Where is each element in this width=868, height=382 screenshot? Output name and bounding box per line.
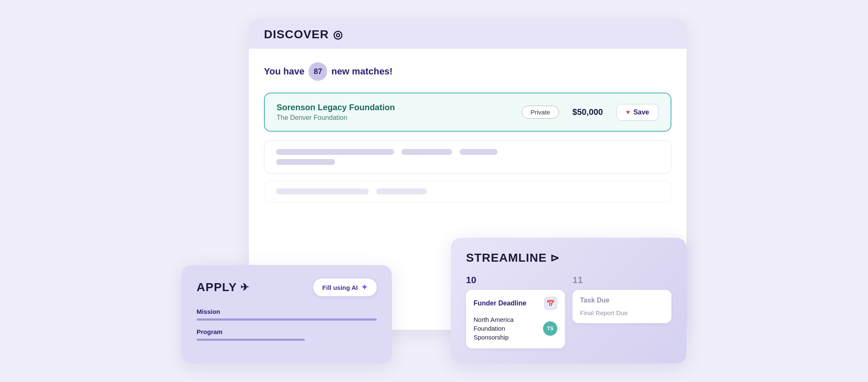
skeleton-bar xyxy=(460,149,498,155)
streamline-col-2: 11 Task Due Final Report Due xyxy=(572,275,671,348)
matches-line: You have 87 new matches! xyxy=(264,62,671,81)
stream-item-2: Task Due Final Report Due xyxy=(572,290,671,323)
col2-num: 11 xyxy=(572,275,671,286)
matches-badge: 87 xyxy=(309,62,327,81)
field1-label: Mission xyxy=(197,308,377,315)
heart-icon: ♥ xyxy=(626,109,630,116)
ai-button-label: Fill using AI xyxy=(322,284,358,291)
stream-item-2-content: Final Report Due xyxy=(580,309,664,316)
stream-item-1-content: North America Foundation Sponsorship TS xyxy=(474,315,557,342)
target-icon: ◎ xyxy=(333,28,343,41)
stream-item-1-header: Funder Deadline 📅 xyxy=(474,297,557,310)
col1-text: North America Foundation Sponsorship xyxy=(474,315,539,342)
calendar-icon[interactable]: 📅 xyxy=(544,297,557,310)
skeleton-bar xyxy=(276,149,394,155)
apply-header: APPLY ✈ Fill using AI ✦ xyxy=(197,279,377,296)
grant-sub: The Denver Foundation xyxy=(277,114,508,122)
col1-num: 10 xyxy=(466,275,565,286)
skeleton-bar xyxy=(276,159,335,165)
discover-title: DISCOVER ◎ xyxy=(264,28,671,41)
apply-label: APPLY xyxy=(197,281,237,294)
grant-tag: Private xyxy=(522,106,559,119)
stream-item-2-header: Task Due xyxy=(580,297,664,304)
stream-item-1: Funder Deadline 📅 North America Foundati… xyxy=(466,290,565,348)
sparkle-icon: ✦ xyxy=(361,283,367,292)
send-icon: ✈ xyxy=(240,281,249,293)
skeleton-bar xyxy=(402,149,452,155)
skeleton-bar xyxy=(276,188,369,194)
save-button[interactable]: ♥ Save xyxy=(616,104,659,121)
field2-bar xyxy=(197,339,305,341)
matches-prefix: You have xyxy=(264,66,304,77)
ts-avatar: TS xyxy=(543,321,557,336)
skeleton-row xyxy=(276,188,659,194)
scene: DISCOVER ◎ You have 87 new matches! Sore… xyxy=(181,19,687,363)
streamline-cols: 10 Funder Deadline 📅 North America Found… xyxy=(466,275,671,348)
streamline-label: STREAMLINE xyxy=(466,251,547,265)
arrow-icon: ⊳ xyxy=(550,252,560,265)
discover-header: DISCOVER ◎ xyxy=(249,19,687,49)
skeleton-bar xyxy=(376,188,427,194)
apply-card: APPLY ✈ Fill using AI ✦ Mission Program xyxy=(181,265,392,363)
skeleton-card-2 xyxy=(264,180,671,202)
streamline-col-1: 10 Funder Deadline 📅 North America Found… xyxy=(466,275,565,348)
discover-label: DISCOVER xyxy=(264,28,329,41)
skeleton-row xyxy=(276,149,659,155)
matches-suffix: new matches! xyxy=(331,66,393,77)
streamline-card: STREAMLINE ⊳ 10 Funder Deadline 📅 North … xyxy=(451,238,687,363)
field1-bar xyxy=(197,318,377,321)
grant-name: Sorenson Legacy Foundation xyxy=(277,103,508,112)
skeleton-row xyxy=(276,159,659,165)
save-label: Save xyxy=(634,109,649,116)
grant-amount: $50,000 xyxy=(572,107,603,117)
field2-label: Program xyxy=(197,328,377,335)
streamline-title: STREAMLINE ⊳ xyxy=(466,251,671,265)
discover-body: You have 87 new matches! Sorenson Legacy… xyxy=(249,49,687,216)
col2-text: Final Report Due xyxy=(580,309,628,316)
col1-label: Funder Deadline xyxy=(474,300,526,307)
apply-title: APPLY ✈ xyxy=(197,281,249,294)
grant-info: Sorenson Legacy Foundation The Denver Fo… xyxy=(277,103,508,122)
skeleton-card-1 xyxy=(264,140,671,174)
fill-using-ai-button[interactable]: Fill using AI ✦ xyxy=(313,279,377,296)
grant-card: Sorenson Legacy Foundation The Denver Fo… xyxy=(264,93,671,132)
col2-label: Task Due xyxy=(580,297,610,304)
